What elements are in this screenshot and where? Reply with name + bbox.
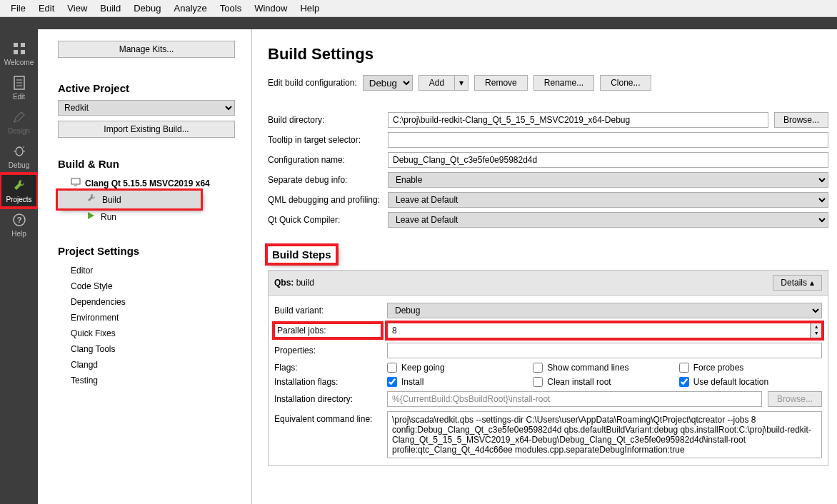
settings-testing[interactable]: Testing (58, 373, 241, 388)
projects-side-panel: Manage Kits... Active Project Redkit Imp… (38, 29, 252, 504)
wrench-small-icon (86, 193, 96, 206)
settings-editor[interactable]: Editor (58, 263, 241, 278)
separate-debug-select[interactable]: Enable (388, 172, 828, 188)
browse-build-dir-button[interactable]: Browse... (774, 112, 828, 128)
settings-quick-fixes[interactable]: Quick Fixes (58, 326, 241, 341)
qml-debug-label: QML debugging and profiling: (268, 195, 382, 205)
build-steps-heading: Build Steps (268, 246, 336, 263)
menu-debug[interactable]: Debug (127, 3, 167, 14)
svg-rect-13 (71, 178, 80, 184)
config-select[interactable]: Debug (363, 75, 413, 91)
clean-root-checkbox[interactable]: Clean install root (533, 377, 676, 387)
qml-debug-select[interactable]: Leave at Default (388, 192, 828, 208)
menu-tools[interactable]: Tools (214, 3, 248, 14)
remove-config-button[interactable]: Remove (474, 75, 528, 91)
parallel-jobs-input[interactable] (387, 323, 811, 338)
wrench-icon (11, 178, 27, 193)
install-dir-label: Installation directory: (274, 394, 381, 404)
run-row[interactable]: Run (58, 208, 241, 225)
page-title: Build Settings (268, 45, 828, 64)
separate-debug-label: Separate debug info: (268, 175, 382, 185)
config-name-input[interactable] (388, 152, 828, 168)
use-default-checkbox[interactable]: Use default location (679, 377, 822, 387)
svg-rect-0 (14, 43, 18, 47)
menu-window[interactable]: Window (248, 3, 294, 14)
settings-dependencies[interactable]: Dependencies (58, 294, 241, 310)
rename-config-button[interactable]: Rename... (533, 75, 594, 91)
build-dir-input[interactable] (388, 112, 768, 128)
build-settings-panel: Build Settings Edit build configuration:… (252, 29, 837, 504)
add-config-dropdown[interactable]: ▾ (454, 75, 468, 91)
eq-cmd-label: Equivalent command line: (274, 411, 381, 424)
tooltip-label: Tooltip in target selector: (268, 135, 382, 145)
settings-clangd[interactable]: Clangd (58, 357, 241, 373)
parallel-jobs-label: Parallel jobs: (274, 323, 381, 338)
build-run-heading: Build & Run (58, 158, 241, 170)
kit-row[interactable]: Clang Qt 5.15.5 MSVC2019 x64 (58, 176, 241, 191)
show-cmd-checkbox[interactable]: Show command lines (533, 363, 676, 373)
project-settings-heading: Project Settings (58, 245, 241, 257)
import-build-button[interactable]: Import Existing Build... (58, 121, 235, 138)
properties-label: Properties: (274, 346, 381, 356)
monitor-icon (71, 178, 81, 188)
flags-label: Flags: (274, 363, 381, 373)
clone-config-button[interactable]: Clone... (600, 75, 651, 91)
qtquick-label: Qt Quick Compiler: (268, 215, 382, 225)
toolbar-area (0, 17, 837, 29)
svg-text:?: ? (16, 216, 21, 224)
grid-icon (11, 41, 27, 56)
chevron-up-icon: ▴ (810, 278, 814, 288)
settings-environment[interactable]: Environment (58, 310, 241, 326)
svg-point-8 (16, 147, 23, 156)
pencil-icon (11, 109, 27, 125)
rail-help[interactable]: ? Help (0, 208, 38, 242)
build-row[interactable]: Build (58, 191, 201, 208)
rail-projects[interactable]: Projects (0, 173, 38, 208)
install-flags-label: Installation flags: (274, 377, 381, 387)
install-dir-input (387, 391, 762, 407)
add-config-button[interactable]: Add (418, 75, 454, 91)
svg-rect-3 (21, 50, 25, 54)
menu-view[interactable]: View (61, 3, 94, 14)
play-icon (86, 211, 95, 222)
settings-clang-tools[interactable]: Clang Tools (58, 341, 241, 357)
build-variant-label: Build variant: (274, 306, 381, 316)
tooltip-input[interactable] (388, 132, 828, 148)
menu-analyze[interactable]: Analyze (168, 3, 214, 14)
svg-rect-2 (14, 50, 18, 54)
menu-file[interactable]: File (4, 3, 32, 14)
rail-welcome[interactable]: Welcome (0, 36, 38, 71)
browse-install-dir-button: Browse... (768, 391, 822, 407)
qbs-build-step: Qbs: build Details ▴ Build variant: Debu… (268, 270, 828, 466)
step-title: Qbs: build (274, 278, 314, 288)
manage-kits-button[interactable]: Manage Kits... (58, 41, 235, 58)
menu-help[interactable]: Help (294, 3, 326, 14)
svg-rect-1 (21, 43, 25, 47)
rail-debug[interactable]: Debug (0, 139, 38, 173)
build-dir-label: Build directory: (268, 115, 382, 125)
menu-build[interactable]: Build (94, 3, 127, 14)
help-icon: ? (11, 212, 27, 228)
eq-cmd-text[interactable]: \proj\scada\redkit.qbs --settings-dir C:… (387, 411, 822, 458)
rail-design[interactable]: Design (0, 105, 38, 139)
install-checkbox[interactable]: Install (387, 377, 530, 387)
menubar: File Edit View Build Debug Analyze Tools… (0, 0, 837, 17)
parallel-jobs-stepper[interactable]: ▲▼ (811, 323, 822, 338)
active-project-heading: Active Project (58, 82, 241, 94)
build-variant-select[interactable]: Debug (387, 303, 822, 318)
force-probes-checkbox[interactable]: Force probes (679, 363, 822, 373)
mode-rail: Welcome Edit Design Debug Projects ? Hel… (0, 29, 38, 504)
bug-icon (11, 143, 27, 159)
project-select[interactable]: Redkit (58, 100, 235, 116)
details-toggle[interactable]: Details ▴ (773, 275, 822, 291)
document-icon (11, 75, 27, 91)
properties-input[interactable] (387, 343, 822, 358)
settings-code-style[interactable]: Code Style (58, 278, 241, 294)
edit-config-label: Edit build configuration: (268, 78, 357, 88)
qtquick-select[interactable]: Leave at Default (388, 212, 828, 228)
config-name-label: Configuration name: (268, 155, 382, 165)
keep-going-checkbox[interactable]: Keep going (387, 363, 530, 373)
menu-edit[interactable]: Edit (32, 3, 61, 14)
rail-edit[interactable]: Edit (0, 71, 38, 105)
